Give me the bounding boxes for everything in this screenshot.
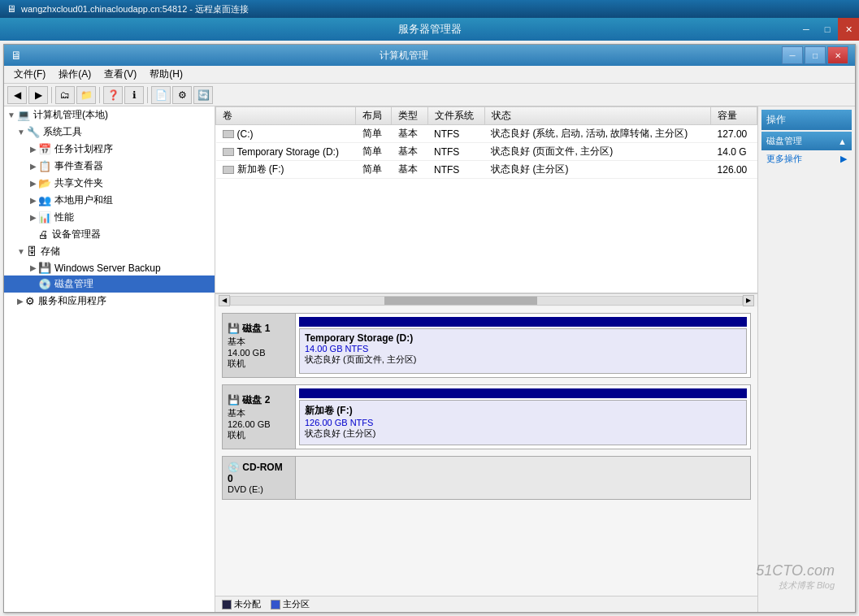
h-scroll-thumb[interactable] xyxy=(384,297,538,305)
col-vol[interactable]: 卷 xyxy=(216,107,356,125)
cm-close-button[interactable]: ✕ xyxy=(827,46,848,64)
sidebar-event-viewer-label: 事件查看器 xyxy=(54,159,103,173)
partition-body[interactable]: Temporary Storage (D:) 14.00 GB NTFS 状态良… xyxy=(299,328,747,374)
sidebar-item-performance[interactable]: ▶ 📊 性能 xyxy=(4,209,215,226)
sidebar-item-task-scheduler[interactable]: ▶ 📅 任务计划程序 xyxy=(4,141,215,158)
menu-file[interactable]: 文件(F) xyxy=(7,66,52,83)
ops-disk-mgmt-label: 磁盘管理 xyxy=(766,135,802,147)
event-viewer-expand[interactable]: ▶ xyxy=(30,162,37,171)
cm-restore-button[interactable]: □ xyxy=(805,46,826,64)
menu-help[interactable]: 帮助(H) xyxy=(143,66,189,83)
menu-view[interactable]: 查看(V) xyxy=(98,66,143,83)
sm-minimize-button[interactable]: ─ xyxy=(796,18,817,41)
sidebar-wsb-label: Windows Server Backup xyxy=(54,262,161,274)
services-icon: ⚙ xyxy=(25,295,35,307)
shared-folders-expand[interactable]: ▶ xyxy=(30,179,37,188)
sidebar-item-system-tools[interactable]: ▼ 🔧 系统工具 xyxy=(4,124,215,141)
sm-window-controls[interactable]: ─ □ ✕ xyxy=(796,18,859,41)
scroll-right-btn[interactable]: ▶ xyxy=(743,295,754,306)
sidebar-item-shared-folders[interactable]: ▶ 📂 共享文件夹 xyxy=(4,175,215,192)
sm-close-button[interactable]: ✕ xyxy=(838,18,859,41)
h-scroll-track[interactable] xyxy=(230,296,743,306)
toolbar-forward-button[interactable]: ▶ xyxy=(28,86,48,104)
performance-expand[interactable]: ▶ xyxy=(30,213,37,222)
cm-window-icon: 🖥 xyxy=(11,49,22,62)
wsb-icon: 💾 xyxy=(38,262,51,274)
col-status[interactable]: 状态 xyxy=(484,107,710,125)
wsb-expand[interactable]: ▶ xyxy=(30,263,37,272)
sidebar-item-storage[interactable]: ▼ 🗄 存储 xyxy=(4,243,215,260)
legend-unallocated: 未分配 xyxy=(222,598,261,610)
partition-status: 状态良好 (主分区) xyxy=(305,427,741,440)
toolbar-refresh-button[interactable]: 🔄 xyxy=(193,86,213,104)
legend-primary-box xyxy=(271,600,280,609)
disk-info: 💾 磁盘 2 基本 126.00 GB 联机 xyxy=(223,385,296,449)
partition-vol-name: 新加卷 (F:) xyxy=(305,404,741,418)
sidebar-system-tools-label: 系统工具 xyxy=(43,125,82,139)
system-tools-icon: 🔧 xyxy=(27,126,40,138)
local-users-expand[interactable]: ▶ xyxy=(30,196,37,205)
h-scrollbar[interactable]: ◀ ▶ xyxy=(215,293,757,306)
ops-more-actions[interactable]: 更多操作 ▶ xyxy=(761,150,852,167)
storage-expand[interactable]: ▼ xyxy=(17,247,25,256)
sidebar-disk-mgmt-label: 磁盘管理 xyxy=(54,277,93,291)
cm-window-controls[interactable]: ─ □ ✕ xyxy=(780,46,848,64)
cell-size: 126.00 xyxy=(711,161,757,179)
sidebar-item-wsb[interactable]: ▶ 💾 Windows Server Backup xyxy=(4,260,215,275)
table-row[interactable]: (C:) 简单 基本 NTFS 状态良好 (系统, 启动, 活动, 故障转储, … xyxy=(216,125,757,143)
cell-fs: NTFS xyxy=(427,125,484,143)
cm-window-title: 计算机管理 xyxy=(27,49,780,63)
disk-visual-area[interactable]: 💾 磁盘 1 基本 14.00 GB 联机 Temporary Storage … xyxy=(215,306,757,596)
rdp-titlebar: 🖥 wangzhxcloud01.chinacloudapp.cn:54812 … xyxy=(0,0,859,18)
toolbar-info-button[interactable]: ℹ xyxy=(124,86,144,104)
system-tools-expand[interactable]: ▼ xyxy=(17,128,25,137)
menu-action[interactable]: 操作(A) xyxy=(52,66,98,83)
sidebar-item-device-manager[interactable]: ▶ 🖨 设备管理器 xyxy=(4,226,215,243)
disk-table-container[interactable]: 卷 布局 类型 文件系统 状态 容量 (C:) 简单 基本 NTFS 状态良好 … xyxy=(215,106,757,293)
computer-management-window: 🖥 计算机管理 ─ □ ✕ 文件(F) 操作(A) 查看(V) 帮助(H) ◀ … xyxy=(3,44,856,613)
col-fs[interactable]: 文件系统 xyxy=(427,107,484,125)
legend-bar: 未分配 主分区 xyxy=(215,596,757,612)
services-expand[interactable]: ▶ xyxy=(17,297,24,306)
sidebar-storage-label: 存储 xyxy=(41,245,60,258)
sm-maximize-button[interactable]: □ xyxy=(817,18,838,41)
sidebar-item-disk-mgmt[interactable]: ▶ 💿 磁盘管理 xyxy=(4,275,215,293)
table-row[interactable]: 新加卷 (F:) 简单 基本 NTFS 状态良好 (主分区) 126.00 xyxy=(216,161,757,179)
cdrom-type: DVD (E:) xyxy=(228,484,290,494)
toolbar-help-button[interactable]: ❓ xyxy=(103,86,123,104)
cm-titlebar: 🖥 计算机管理 ─ □ ✕ xyxy=(4,45,855,66)
sidebar-item-local-users[interactable]: ▶ 👥 本地用户和组 xyxy=(4,192,215,209)
col-type[interactable]: 类型 xyxy=(392,107,427,125)
rdp-icon: 🖥 xyxy=(7,3,16,15)
cm-minimize-button[interactable]: ─ xyxy=(782,46,803,64)
disk-name: 💾 磁盘 2 xyxy=(228,393,290,407)
col-layout[interactable]: 布局 xyxy=(356,107,392,125)
task-scheduler-expand[interactable]: ▶ xyxy=(30,145,37,154)
sidebar-item-services[interactable]: ▶ ⚙ 服务和应用程序 xyxy=(4,293,215,310)
sidebar: ▼ 💻 计算机管理(本地) ▼ 🔧 系统工具 ▶ 📅 任务计划程序 ▶ 📋 xyxy=(4,106,215,612)
disk-type: 基本 xyxy=(228,336,290,348)
sidebar-item-event-viewer[interactable]: ▶ 📋 事件查看器 xyxy=(4,158,215,175)
ops-title-label: 操作 xyxy=(766,113,786,127)
rdp-title: wangzhxcloud01.chinacloudapp.cn:54812 - … xyxy=(21,3,249,15)
scroll-left-btn[interactable]: ◀ xyxy=(219,295,230,306)
toolbar-folder-button[interactable]: 📁 xyxy=(76,86,96,104)
cdrom-entry: 💿 CD-ROM 0 DVD (E:) xyxy=(222,456,751,500)
cm-main-content: ▼ 💻 计算机管理(本地) ▼ 🔧 系统工具 ▶ 📅 任务计划程序 ▶ 📋 xyxy=(4,106,855,612)
toolbar-separator-2 xyxy=(99,87,100,103)
partition-vol-name: Temporary Storage (D:) xyxy=(305,332,741,344)
sidebar-item-root[interactable]: ▼ 💻 计算机管理(本地) xyxy=(4,106,215,124)
toolbar-properties-button[interactable]: ⚙ xyxy=(172,86,192,104)
table-row[interactable]: Temporary Storage (D:) 简单 基本 NTFS 状态良好 (… xyxy=(216,143,757,161)
root-expand-icon[interactable]: ▼ xyxy=(7,111,15,119)
cell-type: 基本 xyxy=(392,125,427,143)
toolbar-back-button[interactable]: ◀ xyxy=(7,86,27,104)
menubar: 文件(F) 操作(A) 查看(V) 帮助(H) xyxy=(4,66,855,84)
sidebar-task-scheduler-label: 任务计划程序 xyxy=(54,142,113,156)
cell-type: 基本 xyxy=(392,161,427,179)
toolbar-new-button[interactable]: 📄 xyxy=(151,86,171,104)
col-size[interactable]: 容量 xyxy=(711,107,757,125)
toolbar-up-button[interactable]: 🗂 xyxy=(55,86,75,104)
toolbar: ◀ ▶ 🗂 📁 ❓ ℹ 📄 ⚙ 🔄 xyxy=(4,84,855,106)
partition-body[interactable]: 新加卷 (F:) 126.00 GB NTFS 状态良好 (主分区) xyxy=(299,400,747,445)
